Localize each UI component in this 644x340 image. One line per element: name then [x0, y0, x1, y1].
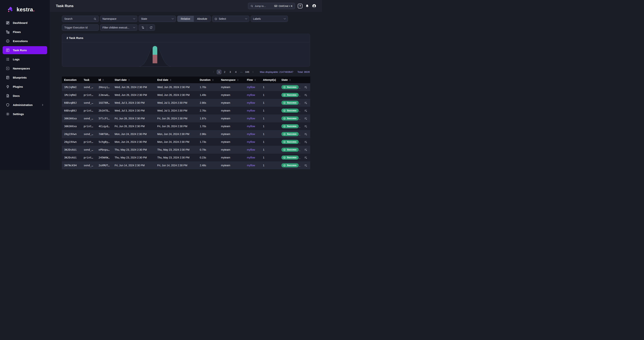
column-header-start-date[interactable]: Start date — [112, 76, 155, 83]
sort-icon[interactable] — [237, 79, 239, 81]
open-taskrun-icon[interactable] — [304, 117, 307, 120]
open-taskrun-icon[interactable] — [304, 156, 307, 159]
sidebar-item-logs[interactable]: Logs — [2, 55, 47, 63]
flow-link[interactable]: myflow — [247, 117, 255, 120]
taskrun-id-link[interactable]: 2JmvwUCV — [98, 93, 111, 96]
column-header-end-date[interactable]: End date — [155, 76, 198, 83]
execution-id-link[interactable]: 60DvqB9J — [64, 101, 76, 104]
sidebar-item-executions[interactable]: Executions — [2, 37, 47, 45]
column-header-state[interactable]: State — [279, 76, 300, 83]
sort-icon[interactable] — [102, 79, 104, 81]
execution-id-link[interactable]: 26g19Vwn — [64, 140, 76, 143]
open-taskrun-icon[interactable] — [304, 133, 307, 136]
flow-link[interactable]: myflow — [247, 109, 255, 112]
page-button-1[interactable]: 1 — [217, 70, 221, 74]
flow-link[interactable]: myflow — [247, 86, 255, 89]
flow-link[interactable]: myflow — [247, 133, 255, 136]
trigger-execution-input[interactable] — [64, 26, 96, 29]
sidebar-item-plugins[interactable]: Plugins — [2, 83, 47, 91]
taskrun-id-link[interactable]: 2oXMUTkB — [98, 164, 111, 167]
sort-icon[interactable] — [128, 79, 130, 81]
execution-id-link[interactable]: 26g19Vwn — [64, 133, 76, 136]
execution-id-link[interactable]: 3063HXxa — [64, 125, 76, 128]
execution-id-link[interactable]: 60DvqB9J — [64, 109, 76, 112]
help-button[interactable]: ? — [298, 4, 302, 8]
executions-icon — [6, 39, 10, 43]
sort-icon[interactable] — [212, 79, 214, 81]
jump-to-search[interactable]: Ctrl/Cmd + K — [248, 3, 295, 9]
sidebar-item-flows[interactable]: Flows — [2, 28, 47, 36]
sort-icon[interactable] — [254, 79, 256, 81]
column-header-flow[interactable]: Flow — [245, 76, 261, 83]
sidebar-item-namespaces[interactable]: Namespaces — [2, 64, 47, 72]
search-input[interactable] — [64, 17, 92, 20]
administration-icon — [6, 103, 10, 107]
sort-icon[interactable] — [289, 79, 291, 81]
open-taskrun-icon[interactable] — [304, 101, 307, 104]
time-range-filter[interactable]: Select — [212, 16, 249, 22]
sidebar-item-docs[interactable]: Docs — [2, 92, 47, 100]
execution-id-link[interactable]: 3063HXxa — [64, 117, 76, 120]
open-taskrun-icon[interactable] — [304, 164, 307, 167]
open-taskrun-icon[interactable] — [304, 148, 307, 151]
open-taskrun-icon[interactable] — [304, 86, 307, 89]
taskrun-id-link[interactable]: 7ANfGHk4 — [98, 133, 111, 136]
jump-to-input[interactable] — [255, 5, 272, 7]
taskrun-id-link[interactable]: 1GST6Rsi — [98, 101, 111, 104]
flow-link[interactable]: myflow — [247, 156, 255, 159]
open-taskrun-icon[interactable] — [304, 125, 307, 128]
taskrun-id-link[interactable]: 5flcFtT8 — [98, 117, 111, 120]
column-header-id[interactable]: Id — [96, 76, 112, 83]
namespace-filter[interactable]: Namespace — [100, 16, 137, 22]
execution-id-link[interactable]: 3NfNcK94 — [64, 164, 76, 167]
sidebar-item-dashboard[interactable]: Dashboard — [2, 19, 47, 27]
taskrun-id-link[interactable]: 4CLqydL2 — [98, 125, 111, 128]
execution-id-link[interactable]: 1MzJqRmI — [64, 86, 76, 89]
execution-id-link[interactable]: 1MzJqRmI — [64, 93, 76, 96]
flow-link[interactable]: myflow — [247, 101, 255, 104]
flow-link[interactable]: myflow — [247, 164, 255, 167]
histogram-bar[interactable] — [152, 46, 157, 63]
prev-page-button[interactable] — [211, 70, 216, 74]
user-avatar[interactable] — [312, 4, 316, 8]
column-header-duration[interactable]: Duration — [198, 76, 219, 83]
taskrun-id-link[interactable]: 5chgBySG — [98, 140, 111, 143]
page-button-4[interactable]: 4 — [234, 70, 238, 74]
refresh-button[interactable] — [147, 24, 155, 30]
sidebar-item-administration[interactable]: Administration — [2, 101, 47, 109]
page-button-346[interactable]: 346 — [245, 70, 250, 74]
attempts: 1 — [261, 122, 279, 130]
trigger-execution-filter[interactable] — [62, 24, 99, 31]
open-taskrun-icon[interactable] — [304, 109, 307, 112]
flow-link[interactable]: myflow — [247, 93, 255, 96]
open-taskrun-icon[interactable] — [304, 140, 307, 144]
flow-link[interactable]: myflow — [247, 140, 255, 143]
sidebar-item-blueprints[interactable]: Blueprints — [2, 73, 47, 81]
taskrun-id-link[interactable]: 2b1H7DDL — [98, 109, 111, 112]
relative-toggle[interactable]: Relative — [178, 16, 194, 22]
taskruns-histogram — [62, 42, 310, 66]
sort-icon[interactable] — [170, 79, 172, 81]
sidebar-item-settings[interactable]: Settings — [2, 110, 47, 118]
search-filter[interactable] — [62, 16, 99, 22]
execution-id-link[interactable]: 3NJDskUi — [64, 148, 76, 151]
absolute-toggle[interactable]: Absolute — [194, 16, 210, 22]
column-header-namespace[interactable]: Namespace — [219, 76, 245, 83]
open-taskrun-icon[interactable] — [304, 93, 307, 97]
taskrun-id-link[interactable]: 245WXWey — [98, 156, 111, 159]
sidebar-item-task-runs[interactable]: Task Runs — [2, 46, 47, 54]
taskrun-id-link[interactable]: 2Hoxyix5 — [98, 86, 111, 89]
execution-id-link[interactable]: 3NJDskUi — [64, 156, 76, 159]
flow-link[interactable]: myflow — [247, 125, 255, 128]
notifications-off-button[interactable] — [139, 24, 147, 30]
state-filter[interactable]: State — [139, 16, 176, 22]
labels-filter[interactable]: Labels — [251, 16, 288, 22]
next-page-button[interactable] — [251, 70, 255, 74]
taskrun-id-link[interactable]: ePbnpuV5 — [98, 148, 111, 151]
flow-link[interactable]: myflow — [247, 148, 255, 151]
page-button-3[interactable]: 3 — [228, 70, 232, 74]
kestra-logo[interactable]: kestra. — [0, 0, 50, 13]
page-button-2[interactable]: 2 — [222, 70, 227, 74]
notifications-bell-icon[interactable] — [305, 4, 309, 8]
children-executions-filter[interactable]: Filter children executi... — [100, 24, 137, 31]
